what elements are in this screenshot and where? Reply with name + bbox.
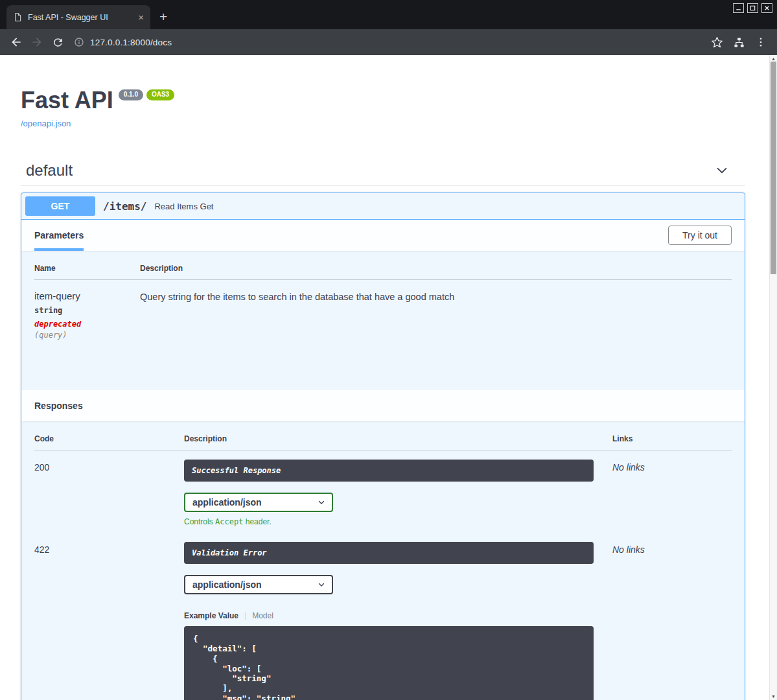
- response-422-links: No links: [612, 526, 732, 700]
- page-favicon-icon: [13, 12, 22, 22]
- resp-links-header: Links: [612, 434, 732, 450]
- tab-separator: |: [244, 611, 246, 620]
- scroll-down-icon[interactable]: ▼: [770, 694, 777, 699]
- response-422-description: Validation Error application/json Exampl…: [184, 526, 612, 700]
- param-description-header: Description: [140, 264, 732, 280]
- try-it-out-button[interactable]: Try it out: [668, 226, 732, 245]
- tag-title: default: [26, 161, 73, 180]
- response-code-422: 422: [34, 526, 184, 700]
- version-badge: 0.1.0: [119, 89, 143, 100]
- media-type-select-200[interactable]: application/json: [184, 493, 333, 512]
- parameter-deprecated-flag: deprecated: [34, 320, 140, 329]
- back-button[interactable]: [6, 32, 26, 52]
- resp-code-header: Code: [34, 434, 184, 450]
- openapi-spec-link[interactable]: /openapi.json: [21, 119, 71, 128]
- tab-parameters[interactable]: Parameters: [34, 220, 84, 251]
- browser-toolbar: 127.0.0.1:8000/docs: [0, 29, 777, 55]
- responses-title: Responses: [34, 401, 83, 411]
- parameter-name: item-query: [34, 290, 140, 301]
- tab-title: Fast API - Swagger UI: [28, 13, 132, 22]
- select-chevron-icon: [317, 498, 326, 507]
- tab-close-icon[interactable]: ×: [138, 12, 144, 22]
- parameter-row-name: item-query string deprecated (query): [34, 280, 140, 377]
- media-type-select-422[interactable]: application/json: [184, 575, 333, 594]
- operation-summary: Read Items Get: [154, 202, 213, 211]
- controls-accept-note: Controls Accept header.: [184, 517, 612, 526]
- parameter-type: string: [34, 306, 140, 315]
- close-window-button[interactable]: [761, 3, 772, 13]
- sitemap-icon[interactable]: [729, 32, 748, 52]
- parameters-table: Name Description item-query string depre…: [21, 251, 745, 390]
- scrollbar-thumb[interactable]: [771, 62, 776, 274]
- responses-table: Code Description Links 200 Successful Re…: [21, 421, 745, 700]
- bookmark-star-icon[interactable]: [707, 32, 726, 52]
- reload-button[interactable]: [48, 32, 67, 52]
- api-info: Fast API 0.1.0 OAS3 /openapi.json: [21, 55, 745, 129]
- tag-section-header[interactable]: default: [21, 155, 745, 186]
- parameter-description: Query string for the items to search in …: [140, 280, 732, 377]
- opblock-get-items: GET /items/ Read Items Get Parameters Tr…: [21, 192, 745, 700]
- collapse-chevron-icon[interactable]: [715, 163, 729, 178]
- response-code-200: 200: [34, 450, 184, 526]
- operation-path: /items/: [103, 200, 146, 213]
- parameter-location: (query): [34, 331, 140, 340]
- responses-section-header: Responses: [21, 390, 745, 421]
- oas-badge: OAS3: [146, 89, 174, 100]
- opblock-summary[interactable]: GET /items/ Read Items Get: [21, 193, 745, 220]
- browser-tab[interactable]: Fast API - Swagger UI ×: [6, 5, 150, 29]
- forward-button[interactable]: [27, 32, 47, 52]
- param-name-header: Name: [34, 264, 140, 280]
- parameters-section-header: Parameters Try it out: [21, 220, 745, 251]
- browser-window: Fast API - Swagger UI × +: [0, 0, 777, 700]
- swagger-ui: Fast API 0.1.0 OAS3 /openapi.json defaul…: [0, 55, 769, 700]
- new-tab-button[interactable]: +: [159, 10, 167, 23]
- response-200-message: Successful Response: [184, 460, 594, 482]
- maximize-button[interactable]: [747, 3, 758, 13]
- example-json-block: { "detail": [ { "loc": [ "string" ], "ms…: [184, 626, 594, 700]
- response-200-links: No links: [612, 450, 732, 526]
- browser-titlebar: Fast API - Swagger UI × +: [0, 0, 777, 29]
- url-text: 127.0.0.1:8000/docs: [90, 38, 172, 47]
- api-title: Fast API: [21, 88, 113, 113]
- scroll-up-icon[interactable]: ▲: [770, 56, 777, 61]
- method-get-button[interactable]: GET: [25, 196, 95, 216]
- tab-model[interactable]: Model: [252, 611, 273, 620]
- toolbar-right-icons: [707, 32, 771, 52]
- page-content: Fast API 0.1.0 OAS3 /openapi.json defaul…: [0, 55, 777, 700]
- response-200-description: Successful Response application/json Con…: [184, 450, 612, 526]
- minimize-button[interactable]: [733, 3, 744, 13]
- tab-example-value[interactable]: Example Value: [184, 611, 238, 620]
- response-422-message: Validation Error: [184, 542, 594, 564]
- resp-description-header: Description: [184, 434, 612, 450]
- page-scrollbar[interactable]: ▲ ▼: [769, 55, 777, 700]
- site-info-icon[interactable]: [74, 37, 84, 47]
- browser-menu-icon[interactable]: [751, 32, 771, 52]
- example-model-tabs: Example Value | Model: [184, 611, 612, 620]
- address-bar[interactable]: 127.0.0.1:8000/docs: [69, 32, 706, 52]
- window-controls: [733, 3, 772, 13]
- select-chevron-icon: [317, 580, 326, 589]
